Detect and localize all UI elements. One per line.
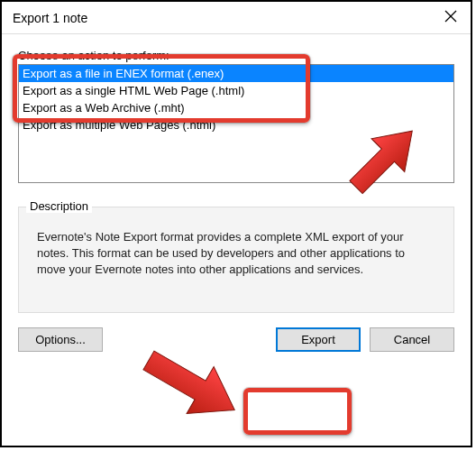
description-group: Description Evernote's Note Export forma… — [18, 207, 454, 313]
export-dialog: Export 1 note Choose an action to perfor… — [0, 0, 472, 447]
action-option[interactable]: Export as multiple Web Pages (.html) — [19, 116, 453, 133]
export-button[interactable]: Export — [276, 327, 361, 352]
choose-action-label: Choose an action to perform: — [18, 49, 454, 62]
titlebar: Export 1 note — [2, 2, 471, 34]
action-option[interactable]: Export as a file in ENEX format (.enex) — [19, 65, 453, 82]
action-option[interactable]: Export as a Web Archive (.mht) — [19, 99, 453, 116]
annotation-rect-export-button — [243, 388, 352, 435]
options-button[interactable]: Options... — [18, 327, 103, 352]
description-text: Evernote's Note Export format provides a… — [28, 220, 444, 301]
close-button[interactable] — [431, 2, 471, 33]
window-title: Export 1 note — [13, 11, 87, 25]
action-listbox[interactable]: Export as a file in ENEX format (.enex) … — [18, 64, 454, 183]
description-label: Description — [26, 199, 92, 213]
cancel-button[interactable]: Cancel — [370, 327, 454, 352]
close-icon — [444, 10, 457, 25]
dialog-button-row: Options... Export Cancel — [18, 327, 454, 352]
action-option[interactable]: Export as a single HTML Web Page (.html) — [19, 82, 453, 99]
